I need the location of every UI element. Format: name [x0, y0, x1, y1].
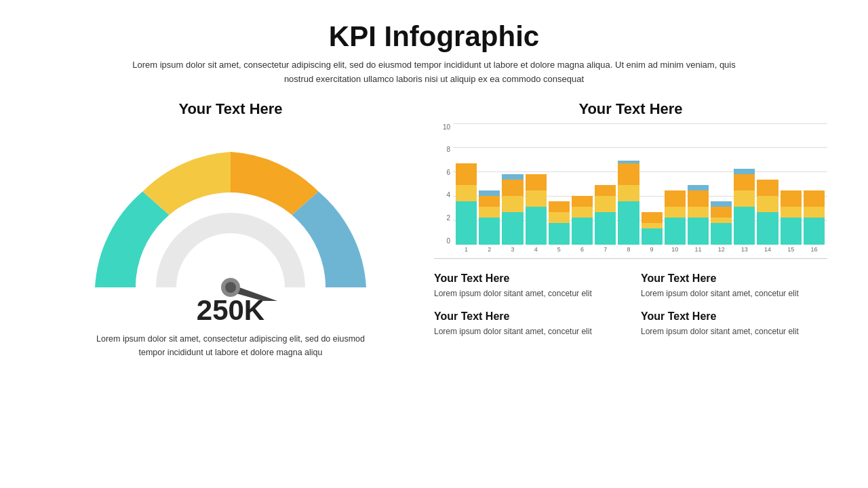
bar-stack-8	[618, 161, 639, 244]
y-label-10: 10	[443, 123, 453, 131]
bar-segment-16-1	[804, 207, 825, 218]
x-label-4: 4	[526, 246, 547, 258]
x-label-2: 2	[479, 246, 500, 258]
bar-stack-7	[595, 185, 616, 245]
bar-segment-5-1	[549, 212, 570, 223]
bar-stack-4	[526, 174, 547, 245]
bar-stack-3	[502, 174, 523, 245]
x-label-6: 6	[572, 246, 593, 258]
bar-segment-2-3	[479, 190, 500, 196]
bar-segment-7-2	[595, 185, 616, 196]
bar-segment-13-1	[734, 190, 755, 207]
gauge-container	[75, 125, 387, 301]
bar-group-12	[711, 201, 732, 245]
x-label-8: 8	[618, 246, 639, 258]
bar-group-10	[665, 190, 686, 245]
bar-segment-2-1	[479, 207, 500, 218]
text-block-desc-4: Lorem ipsum dolor sitant amet, concetur …	[641, 325, 827, 338]
bar-stack-9	[642, 212, 663, 245]
y-label-0: 0	[446, 237, 453, 245]
bar-segment-15-0	[781, 218, 802, 245]
bar-stack-5	[549, 201, 570, 245]
x-label-9: 9	[642, 246, 663, 258]
bar-segment-2-2	[479, 196, 500, 207]
bar-stack-16	[804, 190, 825, 245]
bar-segment-3-2	[502, 180, 523, 196]
bar-group-16	[804, 190, 825, 245]
bar-segment-12-3	[711, 201, 732, 207]
text-block-desc-2: Lorem ipsum dolor sitant amet, concetur …	[641, 287, 827, 300]
header: KPI Infographic Lorem ipsum dolor sit am…	[41, 20, 827, 87]
bar-group-15	[781, 190, 802, 245]
x-label-14: 14	[757, 246, 778, 258]
text-block-2: Your Text HereLorem ipsum dolor sitant a…	[641, 272, 827, 300]
bar-segment-7-0	[595, 212, 616, 245]
x-label-15: 15	[781, 246, 802, 258]
bar-segment-16-0	[804, 218, 825, 245]
page: KPI Infographic Lorem ipsum dolor sit am…	[0, 0, 868, 488]
bar-group-9	[642, 212, 663, 245]
text-block-title-1: Your Text Here	[434, 272, 620, 285]
bar-segment-1-0	[456, 201, 477, 245]
bar-segment-12-0	[711, 223, 732, 245]
bar-stack-12	[711, 201, 732, 245]
bar-stack-14	[757, 180, 778, 245]
text-block-3: Your Text HereLorem ipsum dolor sitant a…	[434, 310, 620, 338]
bar-stack-2	[479, 190, 500, 245]
gauge-center-dot-inner	[225, 282, 236, 293]
bar-segment-14-1	[757, 196, 778, 212]
bar-segment-10-0	[665, 218, 686, 245]
right-panel-title: Your Text Here	[434, 100, 827, 118]
bar-segment-5-0	[549, 223, 570, 245]
x-label-13: 13	[734, 246, 755, 258]
bar-segment-9-0	[642, 228, 663, 245]
bar-segment-16-2	[804, 190, 825, 207]
bar-segment-15-2	[781, 190, 802, 207]
bar-group-1	[456, 163, 477, 245]
bar-segment-9-1	[642, 223, 663, 228]
text-block-title-4: Your Text Here	[641, 310, 827, 323]
left-description: Lorem ipsum dolor sit amet, consectetur …	[88, 332, 373, 359]
bar-segment-8-1	[618, 185, 639, 201]
bar-group-5	[549, 201, 570, 245]
text-block-title-3: Your Text Here	[434, 310, 620, 323]
bar-segment-6-1	[572, 207, 593, 218]
text-block-desc-3: Lorem ipsum dolor sitant amet, concetur …	[434, 325, 620, 338]
x-label-1: 1	[456, 246, 477, 258]
x-label-5: 5	[549, 246, 570, 258]
bar-segment-8-0	[618, 201, 639, 245]
y-label-4: 4	[446, 191, 453, 199]
bar-group-7	[595, 185, 616, 245]
bar-segment-3-0	[502, 212, 523, 245]
bar-segment-6-0	[572, 218, 593, 245]
x-label-10: 10	[665, 246, 686, 258]
bar-group-11	[688, 185, 709, 245]
bar-segment-7-1	[595, 196, 616, 212]
bar-segment-14-0	[757, 212, 778, 245]
bar-stack-10	[665, 190, 686, 245]
bar-segment-14-2	[757, 180, 778, 196]
bar-segment-5-2	[549, 201, 570, 212]
y-label-8: 8	[446, 146, 453, 153]
x-label-16: 16	[804, 246, 825, 258]
bar-segment-1-2	[456, 163, 477, 185]
x-label-3: 3	[502, 246, 523, 258]
bar-segment-12-2	[711, 207, 732, 218]
x-label-11: 11	[688, 246, 709, 258]
chart-area: 10 8 6 4 2 0 12345678	[434, 123, 827, 259]
bar-segment-9-2	[642, 212, 663, 223]
bar-stack-6	[572, 196, 593, 245]
bar-group-14	[757, 180, 778, 245]
x-labels: 12345678910111213141516	[453, 246, 827, 258]
text-block-4: Your Text HereLorem ipsum dolor sitant a…	[641, 310, 827, 338]
text-block-title-2: Your Text Here	[641, 272, 827, 285]
bar-segment-1-1	[456, 185, 477, 201]
bar-segment-11-3	[688, 185, 709, 190]
bar-segment-10-1	[665, 207, 686, 218]
bar-segment-11-1	[688, 207, 709, 218]
bar-stack-13	[734, 169, 755, 245]
bar-stack-1	[456, 163, 477, 245]
content-area: Your Text Here	[41, 100, 827, 468]
bar-segment-11-0	[688, 218, 709, 245]
bar-segment-10-2	[665, 190, 686, 207]
